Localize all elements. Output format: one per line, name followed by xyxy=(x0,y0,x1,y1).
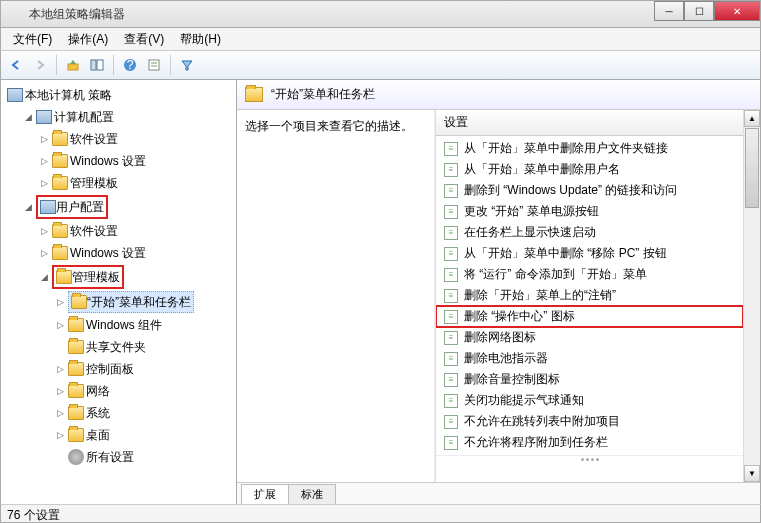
tree-all-settings[interactable]: 所有设置 xyxy=(53,446,136,468)
collapse-icon[interactable]: ◢ xyxy=(23,112,34,123)
setting-item[interactable]: ≡从「开始」菜单中删除用户名 xyxy=(436,159,743,180)
expand-icon[interactable]: ▷ xyxy=(39,178,50,189)
tree-root-label: 本地计算机 策略 xyxy=(25,85,112,105)
tree-pane[interactable]: 本地计算机 策略 ◢ 计算机配置 ▷软件设置 ▷Windows 设置 ▷管理模板 xyxy=(1,80,237,504)
policy-icon: ≡ xyxy=(444,142,458,156)
menu-action[interactable]: 操作(A) xyxy=(60,29,116,50)
scroll-track[interactable] xyxy=(744,209,760,465)
setting-item[interactable]: ≡删除网络图标 xyxy=(436,327,743,348)
minimize-button[interactable]: ─ xyxy=(654,1,684,21)
tree-uc-windows[interactable]: ▷Windows 设置 xyxy=(37,242,148,264)
title-bar: 本地组策略编辑器 ─ ☐ ✕ xyxy=(0,0,761,28)
tree-label: 软件设置 xyxy=(70,129,118,149)
expand-icon[interactable]: ▷ xyxy=(39,226,50,237)
setting-item[interactable]: ≡将 “运行” 命令添加到「开始」菜单 xyxy=(436,264,743,285)
scroll-down-button[interactable]: ▼ xyxy=(744,465,760,482)
setting-item[interactable]: ≡更改 “开始” 菜单电源按钮 xyxy=(436,201,743,222)
tree-start-taskbar[interactable]: ▷ “开始”菜单和任务栏 xyxy=(53,290,196,314)
expand-icon[interactable]: ▷ xyxy=(55,408,66,419)
tree-shared-folders[interactable]: 共享文件夹 xyxy=(53,336,148,358)
show-hide-tree-button[interactable] xyxy=(86,54,108,76)
setting-item-label: 关闭功能提示气球通知 xyxy=(464,392,584,409)
description-pane: 选择一个项目来查看它的描述。 xyxy=(237,110,435,482)
collapse-icon[interactable]: ◢ xyxy=(23,202,34,213)
policy-icon: ≡ xyxy=(444,436,458,450)
menu-view[interactable]: 查看(V) xyxy=(116,29,172,50)
bottom-tabs: 扩展 标准 xyxy=(237,482,760,504)
expand-icon[interactable]: ▷ xyxy=(39,156,50,167)
tree-win-components[interactable]: ▷Windows 组件 xyxy=(53,314,164,336)
expand-icon[interactable]: ▷ xyxy=(55,430,66,441)
tree-network[interactable]: ▷网络 xyxy=(53,380,112,402)
expand-icon[interactable]: ▷ xyxy=(55,364,66,375)
setting-item[interactable]: ≡删除音量控制图标 xyxy=(436,369,743,390)
setting-item-label: 删除电池指示器 xyxy=(464,350,548,367)
blank-icon xyxy=(55,342,66,353)
column-header-setting[interactable]: 设置 xyxy=(436,110,743,136)
tree-root[interactable]: 本地计算机 策略 xyxy=(5,84,234,106)
maximize-button[interactable]: ☐ xyxy=(684,1,714,21)
back-button[interactable] xyxy=(5,54,27,76)
tree-label: 桌面 xyxy=(86,425,110,445)
tree-label: 管理模板 xyxy=(70,173,118,193)
setting-item[interactable]: ≡关闭功能提示气球通知 xyxy=(436,390,743,411)
filter-button[interactable] xyxy=(176,54,198,76)
tree-uc-admin[interactable]: ◢ 管理模板 xyxy=(37,264,234,290)
computer-icon xyxy=(36,110,52,124)
scroll-up-button[interactable]: ▲ xyxy=(744,110,760,127)
close-button[interactable]: ✕ xyxy=(714,1,760,21)
setting-item[interactable]: ≡不允许将程序附加到任务栏 xyxy=(436,432,743,453)
tree-label: 所有设置 xyxy=(86,447,134,467)
tree-computer-config[interactable]: ◢ 计算机配置 xyxy=(21,106,234,128)
tree-control-panel[interactable]: ▷控制面板 xyxy=(53,358,136,380)
tree-label: Windows 设置 xyxy=(70,151,146,171)
setting-item-label: 删除网络图标 xyxy=(464,329,536,346)
policy-icon: ≡ xyxy=(444,373,458,387)
tree-desktop[interactable]: ▷桌面 xyxy=(53,424,112,446)
tree-uc-software[interactable]: ▷软件设置 xyxy=(37,220,120,242)
setting-item[interactable]: ≡在任务栏上显示快速启动 xyxy=(436,222,743,243)
properties-button[interactable] xyxy=(143,54,165,76)
folder-icon xyxy=(71,295,87,309)
tree-cc-admin[interactable]: ▷管理模板 xyxy=(37,172,120,194)
folder-icon xyxy=(56,270,72,284)
expand-icon[interactable]: ▷ xyxy=(39,248,50,259)
up-button[interactable] xyxy=(62,54,84,76)
expand-icon[interactable]: ▷ xyxy=(55,297,66,308)
setting-item-label: 删除到 “Windows Update” 的链接和访问 xyxy=(464,182,677,199)
tree-label: 系统 xyxy=(86,403,110,423)
tree-cc-software[interactable]: ▷软件设置 xyxy=(37,128,120,150)
forward-button[interactable] xyxy=(29,54,51,76)
setting-item[interactable]: ≡删除 “操作中心” 图标 xyxy=(436,306,743,327)
tab-standard[interactable]: 标准 xyxy=(288,484,336,504)
settings-list-pane[interactable]: 设置 ≡从「开始」菜单中删除用户文件夹链接≡从「开始」菜单中删除用户名≡删除到 … xyxy=(435,110,743,482)
highlight-box: 管理模板 xyxy=(52,265,124,289)
menu-help[interactable]: 帮助(H) xyxy=(172,29,229,50)
scroll-thumb[interactable] xyxy=(745,128,759,208)
folder-icon xyxy=(68,406,84,420)
horizontal-splitter[interactable] xyxy=(436,455,743,463)
setting-item[interactable]: ≡删除到 “Windows Update” 的链接和访问 xyxy=(436,180,743,201)
setting-item[interactable]: ≡删除电池指示器 xyxy=(436,348,743,369)
vertical-scrollbar[interactable]: ▲ ▼ xyxy=(743,110,760,482)
collapse-icon[interactable]: ◢ xyxy=(39,272,50,283)
setting-item-label: 从「开始」菜单中删除用户文件夹链接 xyxy=(464,140,668,157)
tab-extended[interactable]: 扩展 xyxy=(241,484,289,504)
tree-cc-windows[interactable]: ▷Windows 设置 xyxy=(37,150,148,172)
right-header: “开始”菜单和任务栏 xyxy=(237,80,760,110)
expand-icon[interactable]: ▷ xyxy=(55,386,66,397)
work-area: 本地计算机 策略 ◢ 计算机配置 ▷软件设置 ▷Windows 设置 ▷管理模板 xyxy=(0,80,761,504)
policy-icon: ≡ xyxy=(444,415,458,429)
menu-file[interactable]: 文件(F) xyxy=(5,29,60,50)
tree-user-config[interactable]: ◢ 用户配置 xyxy=(21,194,234,220)
setting-item[interactable]: ≡从「开始」菜单中删除用户文件夹链接 xyxy=(436,138,743,159)
setting-item[interactable]: ≡从「开始」菜单中删除 “移除 PC” 按钮 xyxy=(436,243,743,264)
help-button[interactable]: ? xyxy=(119,54,141,76)
expand-icon[interactable]: ▷ xyxy=(55,320,66,331)
setting-item[interactable]: ≡删除「开始」菜单上的“注销” xyxy=(436,285,743,306)
folder-icon xyxy=(52,246,68,260)
toolbar-separator xyxy=(56,55,57,75)
expand-icon[interactable]: ▷ xyxy=(39,134,50,145)
tree-system[interactable]: ▷系统 xyxy=(53,402,112,424)
setting-item[interactable]: ≡不允许在跳转列表中附加项目 xyxy=(436,411,743,432)
